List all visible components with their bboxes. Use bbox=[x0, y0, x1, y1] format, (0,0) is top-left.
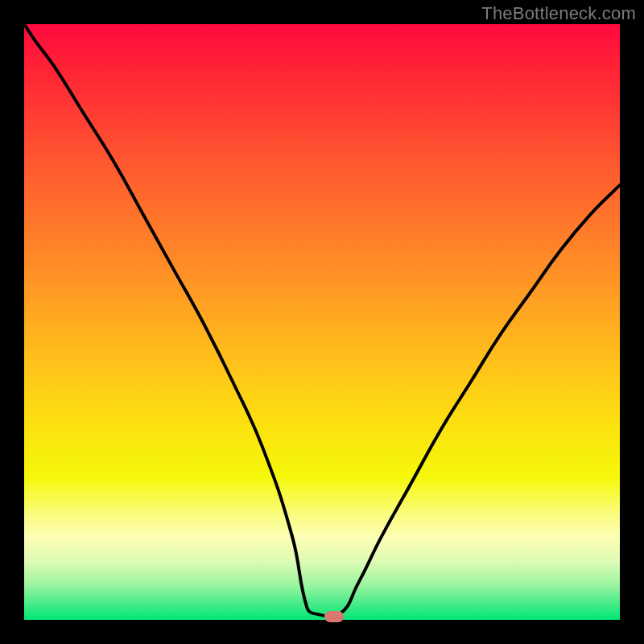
curve-svg bbox=[24, 24, 620, 620]
plot-area bbox=[24, 24, 620, 620]
bottleneck-curve-path bbox=[24, 24, 620, 617]
chart-frame: TheBottleneck.com bbox=[0, 0, 644, 644]
watermark-text: TheBottleneck.com bbox=[481, 3, 636, 24]
optimum-marker bbox=[324, 611, 344, 622]
